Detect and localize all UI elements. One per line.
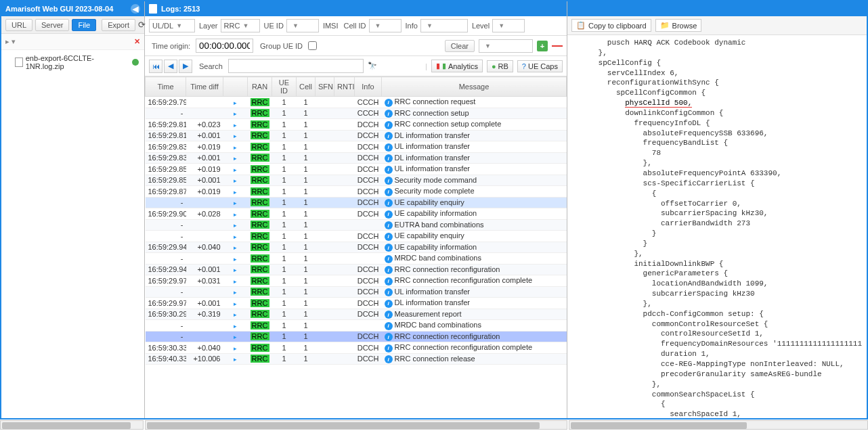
doc-icon: [149, 4, 157, 14]
detail-titlebar: [567, 1, 867, 16]
col-header[interactable]: SFN: [316, 77, 334, 97]
col-header[interactable]: RAN: [248, 77, 272, 97]
log-row[interactable]: -▸RRC11iEUTRA band combinations: [146, 219, 567, 231]
binoculars-icon[interactable]: 🔭: [368, 62, 377, 70]
log-row[interactable]: 16:59:29.853+0.019▸RRC11DCCHiUL informat…: [146, 164, 567, 175]
remove-icon[interactable]: [552, 45, 563, 47]
logs-title: Logs: 2513: [161, 5, 200, 13]
analytics-tab[interactable]: ▮▮Analytics: [431, 60, 483, 72]
log-row[interactable]: 16:59:29.941+0.040▸RRC11DCCHiUE capabili…: [146, 242, 567, 253]
folder-icon: 📁: [660, 21, 670, 30]
uecaps-tab[interactable]: ?UE Caps: [517, 60, 563, 72]
level-label: Level: [472, 22, 490, 30]
ueid-label: UE ID: [264, 22, 284, 30]
log-row[interactable]: 16:59:29.834+0.001▸RRC11DCCHiDL informat…: [146, 152, 567, 164]
log-row[interactable]: 16:59:30.333+0.040▸RRC11DCCHiRRC connect…: [146, 342, 567, 354]
log-row[interactable]: -▸RRC11DCCHiUE capability enquiry: [146, 231, 567, 242]
detail-toolbar: 📋Copy to clipboard 📁Browse: [567, 16, 867, 35]
time-bar: Time origin: Group UE ID Clear ▼ +: [145, 36, 567, 56]
time-origin-label: Time origin:: [152, 42, 190, 50]
ueid-combo[interactable]: ▼: [286, 19, 319, 32]
log-row[interactable]: 16:59:29.854+0.001▸RRC11DCCHiSecurity mo…: [146, 175, 567, 186]
horizontal-scrollbars[interactable]: [0, 420, 868, 431]
cellid-label: Cell ID: [344, 22, 366, 30]
clear-button[interactable]: Clear: [445, 40, 475, 52]
log-row[interactable]: -▸RRC11iMRDC band combinations: [146, 320, 567, 332]
search-input[interactable]: [228, 59, 364, 73]
group-ueid-label: Group UE ID: [260, 42, 303, 50]
col-header[interactable]: Time: [146, 77, 186, 97]
logs-titlebar: Logs: 2513: [145, 1, 567, 16]
file-tree: enb-export-6CCLTE-1NR.log.zip: [1, 50, 144, 74]
uldl-combo[interactable]: UL/DL▼: [149, 19, 195, 32]
search-bar: ⏮ ◀ ▶ Search 🔭 | ▮▮Analytics ●RB ?UE Cap…: [145, 56, 567, 76]
col-header[interactable]: RNTI: [334, 77, 355, 97]
col-header[interactable]: [223, 77, 248, 97]
source-tabs: URL Server File Export ⟳: [1, 16, 144, 34]
tree-item-label: enb-export-6CCLTE-1NR.log.zip: [26, 54, 130, 70]
log-row[interactable]: 16:59:29.813+0.023▸RRC11DCCHiRRC connect…: [146, 119, 567, 131]
cellid-combo[interactable]: ▼: [369, 19, 402, 32]
col-header[interactable]: Time diff: [186, 77, 223, 97]
message-detail[interactable]: pusch HARQ ACK Codebook dynamic }, spCel…: [567, 35, 867, 418]
group-ueid-checkbox[interactable]: [308, 41, 317, 50]
filter-bar: UL/DL▼ Layer RRC▼ UE ID ▼ IMSI Cell ID ▼…: [145, 16, 567, 36]
log-row[interactable]: 16:59:29.814+0.001▸RRC11DCCHiDL informat…: [146, 130, 567, 141]
tree-item[interactable]: enb-export-6CCLTE-1NR.log.zip: [4, 53, 142, 72]
log-row[interactable]: 16:59:29.942+0.001▸RRC11DCCHiRRC connect…: [146, 264, 567, 275]
copy-clipboard-button[interactable]: 📋Copy to clipboard: [571, 19, 651, 32]
tab-url[interactable]: URL: [5, 19, 32, 31]
rb-tab[interactable]: ●RB: [487, 60, 513, 72]
nav-next-icon[interactable]: ▶: [179, 60, 192, 73]
search-label: Search: [199, 62, 223, 70]
add-icon[interactable]: +: [537, 41, 548, 51]
level-combo[interactable]: ▼: [492, 19, 525, 32]
log-row[interactable]: -▸RRC11DCCHiRRC connection reconfigurati…: [146, 331, 567, 342]
layer-label: Layer: [199, 22, 218, 30]
info-combo[interactable]: ▼: [420, 19, 468, 32]
detail-panel: 📋Copy to clipboard 📁Browse pusch HARQ AC…: [567, 1, 867, 418]
left-panel: Amarisoft Web GUI 2023-08-04 ◀ URL Serve…: [1, 1, 145, 418]
collapse-left-icon[interactable]: ◀: [131, 4, 140, 14]
log-row[interactable]: 16:59:29.974+0.001▸RRC11DCCHiDL informat…: [146, 298, 567, 309]
expand-icon[interactable]: ▸ ▾: [5, 37, 16, 46]
file-icon: [15, 58, 23, 67]
col-header[interactable]: Message: [382, 77, 567, 97]
col-header[interactable]: Cell: [297, 77, 316, 97]
layer-combo[interactable]: RRC▼: [221, 19, 260, 32]
browse-button[interactable]: 📁Browse: [655, 19, 702, 32]
col-header[interactable]: UE ID: [272, 77, 297, 97]
log-row[interactable]: 16:59:29.901+0.028▸RRC11DCCHiUE capabili…: [146, 208, 567, 220]
time-origin-input[interactable]: [196, 39, 253, 53]
log-row[interactable]: 16:59:29.873+0.019▸RRC11DCCHiSecurity mo…: [146, 186, 567, 198]
log-row[interactable]: 16:59:29.790▸RRC11CCCHiRRC connection re…: [146, 97, 567, 108]
app-title: Amarisoft Web GUI 2023-08-04: [5, 5, 113, 13]
tab-file[interactable]: File: [72, 19, 96, 31]
log-row[interactable]: 16:59:40.339+10.006▸RRC11DCCHiRRC connec…: [146, 353, 567, 365]
imsi-label: IMSI: [323, 22, 339, 30]
clipboard-icon: 📋: [576, 21, 586, 30]
export-button[interactable]: Export: [102, 19, 135, 31]
tree-toolbar: ▸ ▾ ✕: [1, 34, 144, 50]
log-row[interactable]: -▸RRC11iMRDC band combinations: [146, 253, 567, 265]
nav-first-icon[interactable]: ⏮: [149, 60, 162, 73]
log-row[interactable]: 16:59:29.973+0.031▸RRC11DCCHiRRC connect…: [146, 275, 567, 287]
info-label: Info: [406, 22, 418, 30]
check-icon: [132, 59, 139, 66]
close-icon[interactable]: ✕: [134, 37, 140, 46]
app-titlebar: Amarisoft Web GUI 2023-08-04 ◀: [1, 1, 144, 16]
nav-prev-icon[interactable]: ◀: [164, 60, 177, 73]
tab-server[interactable]: Server: [35, 19, 69, 31]
log-row[interactable]: -▸RRC11CCCHiRRC connection setup: [146, 108, 567, 119]
log-grid[interactable]: TimeTime diffRANUE IDCellSFNRNTIInfoMess…: [145, 76, 567, 418]
log-row[interactable]: -▸RRC11DCCHiUL information transfer: [146, 286, 567, 298]
logs-panel: Logs: 2513 UL/DL▼ Layer RRC▼ UE ID ▼ IMS…: [145, 1, 567, 418]
col-header[interactable]: Info: [355, 77, 382, 97]
log-row[interactable]: -▸RRC11DCCHiUE capability enquiry: [146, 197, 567, 208]
preset-combo[interactable]: ▼: [479, 39, 533, 53]
log-row[interactable]: 16:59:29.833+0.019▸RRC11DCCHiUL informat…: [146, 141, 567, 153]
log-row[interactable]: 16:59:30.293+0.319▸RRC11DCCHiMeasurement…: [146, 309, 567, 320]
